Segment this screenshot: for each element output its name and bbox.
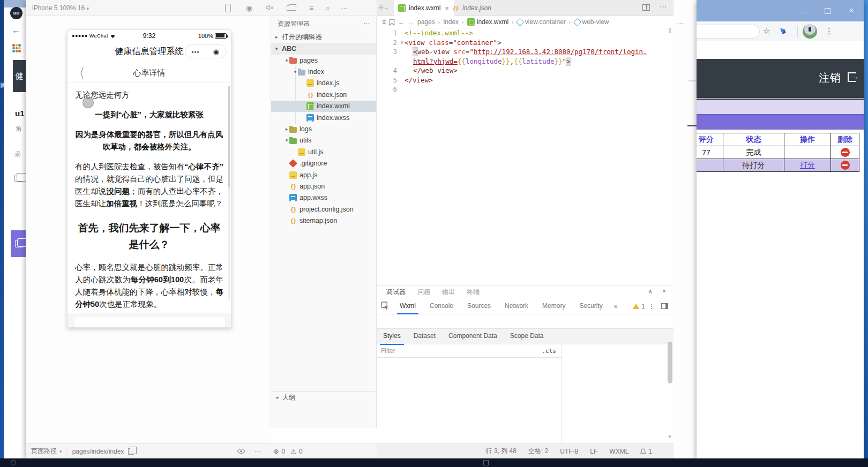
tree-item-sitemap-json[interactable]: sitemap.json xyxy=(271,215,376,226)
tree-item-index-wxml[interactable]: index.wxml xyxy=(271,101,376,112)
warning-badge[interactable]: 1 xyxy=(633,303,648,310)
code-line[interactable]: 4</web-view> xyxy=(377,66,674,76)
debugger-tab-问题[interactable]: 问题 xyxy=(417,288,430,297)
subtab-component-data[interactable]: Component Data xyxy=(442,328,504,344)
maximize-button[interactable] xyxy=(825,8,830,14)
apps-grid-icon[interactable] xyxy=(12,44,21,52)
debugger-scrollbar[interactable] xyxy=(668,342,672,383)
status-item[interactable]: LF xyxy=(590,448,597,455)
editor-more-icon[interactable]: ⋯ xyxy=(660,3,667,11)
list-icon[interactable]: ≡ xyxy=(306,4,316,12)
bookmark-icon[interactable] xyxy=(389,19,395,26)
scroll-down-icon[interactable]: ▼ xyxy=(668,434,672,439)
code-line[interactable]: html?yhjwd={{longitude}},{{latitude}}"> xyxy=(377,57,674,66)
profile-avatar[interactable] xyxy=(803,24,817,39)
tree-item-index-json[interactable]: index.json xyxy=(271,89,376,100)
debugger-tab-输出[interactable]: 输出 xyxy=(442,288,455,297)
taskbar-icon[interactable] xyxy=(11,460,16,465)
logout-icon[interactable] xyxy=(848,72,856,82)
code-area[interactable]: 1<!--index.wxml-->2∨<view class="contain… xyxy=(377,28,674,94)
breadcrumb-index-wxml[interactable]: index.wxml xyxy=(467,18,508,26)
devtools-tab-wxml[interactable]: Wxml xyxy=(393,298,423,314)
tree-item-util-js[interactable]: util.js xyxy=(271,146,376,157)
score-link[interactable]: 打分 xyxy=(800,161,815,169)
tree-item-logs[interactable]: ▸logs xyxy=(271,123,376,134)
tree-item-pages[interactable]: ▾pages xyxy=(271,55,376,66)
code-line[interactable]: 6 xyxy=(377,85,674,94)
copy-icon[interactable] xyxy=(128,448,134,455)
list-icon[interactable]: ≡ xyxy=(382,18,386,26)
filter-input[interactable]: Filter xyxy=(381,347,395,355)
device-selector[interactable]: iPhone 5 100% 16 ▾ xyxy=(32,4,89,12)
tree-item--gitignore[interactable]: .gitignore xyxy=(271,158,376,169)
devtools-tab-sources[interactable]: Sources xyxy=(460,298,498,314)
tree-item-project-config-json[interactable]: project.config.json xyxy=(271,204,376,215)
devtools-tab-security[interactable]: Security xyxy=(572,298,609,314)
notification-bell[interactable]: 1 xyxy=(640,448,652,455)
status-item[interactable]: 空格: 2 xyxy=(528,447,548,456)
extension-icon[interactable] xyxy=(780,27,786,34)
kebab-menu-icon[interactable]: ⋮ xyxy=(648,303,655,310)
close-panel-icon[interactable]: × xyxy=(662,288,666,295)
explorer-more-icon[interactable]: ⋯ xyxy=(363,20,370,27)
logout-button[interactable]: 注销 xyxy=(819,71,841,85)
more-icon[interactable]: ⋯ xyxy=(254,448,260,455)
collapse-panel-icon[interactable]: ∧ xyxy=(648,288,653,295)
more-icon[interactable]: ⋯ xyxy=(340,4,349,12)
devtools-tab-network[interactable]: Network xyxy=(498,298,535,314)
capsule-more-icon[interactable]: ●●● xyxy=(185,45,206,58)
devtools-tab-memory[interactable]: Memory xyxy=(535,298,572,314)
breadcrumb-web-view[interactable]: web-view xyxy=(574,18,609,26)
warning-count[interactable]: ⚠0 xyxy=(290,448,302,455)
debugger-tab-调试器[interactable]: 调试器 xyxy=(386,288,406,297)
phone-icon[interactable] xyxy=(225,4,231,12)
tree-item-index-js[interactable]: index.js xyxy=(271,78,376,89)
code-line[interactable]: 2∨<view class="container"> xyxy=(377,38,674,48)
browser-menu-icon[interactable]: ⋮ xyxy=(825,26,833,36)
fold-icon[interactable]: ∨ xyxy=(401,38,403,48)
windows-taskbar[interactable] xyxy=(0,458,868,467)
overflow-tabs-icon[interactable]: » xyxy=(610,303,622,310)
subtab-dataset[interactable]: Dataset xyxy=(407,328,442,344)
tree-item-app-wxss[interactable]: app.wxss xyxy=(271,192,376,204)
bookmark-star-icon[interactable]: ☆ xyxy=(763,26,770,36)
plug-icon[interactable]: ⎆← xyxy=(379,4,392,12)
breadcrumb-view-container[interactable]: view.container xyxy=(517,18,566,26)
tree-item-app-json[interactable]: app.json xyxy=(271,180,376,192)
search-icon[interactable]: ⌕ xyxy=(323,4,333,12)
open-editors-section[interactable]: ▸ 打开的编辑器 xyxy=(271,31,376,43)
nav-back-icon[interactable]: ← xyxy=(398,18,405,26)
tree-item-index-wxss[interactable]: index.wxss xyxy=(271,112,376,123)
error-count[interactable]: ⊗0 xyxy=(273,448,285,455)
split-editor-icon[interactable] xyxy=(642,4,650,11)
tree-item-index[interactable]: ▾index xyxy=(271,66,376,77)
mute-icon[interactable]: ᐊ× xyxy=(265,4,274,12)
close-button[interactable]: × xyxy=(849,5,854,16)
dock-side-icon[interactable] xyxy=(661,303,668,309)
devtools-tab-console[interactable]: Console xyxy=(423,298,460,314)
eye-icon[interactable] xyxy=(237,448,245,454)
address-bar[interactable] xyxy=(697,25,760,39)
code-line[interactable]: 3<web-view src="http://192.168.3.42:8080… xyxy=(377,47,674,57)
subtab-styles[interactable]: Styles xyxy=(377,328,407,344)
breadcrumb-pages[interactable]: pages xyxy=(417,18,435,26)
tab-index-json[interactable]: index.json xyxy=(447,0,497,16)
project-root-section[interactable]: ▾ ABC xyxy=(271,43,376,55)
status-item[interactable]: UTF-8 xyxy=(560,448,578,455)
tree-item-utils[interactable]: ▾utils xyxy=(271,135,376,146)
code-line[interactable]: 5</view> xyxy=(377,76,674,85)
capsule-home-icon[interactable]: ◉ xyxy=(206,45,227,58)
windows-icon[interactable] xyxy=(287,5,293,11)
page-path-selector[interactable]: 页面路径 ▾ xyxy=(31,447,62,456)
cls-toggle-button[interactable]: .cls xyxy=(542,348,557,355)
phone-scrollbar[interactable] xyxy=(228,86,230,300)
subtab-scope-data[interactable]: Scope Data xyxy=(504,328,550,344)
back-icon[interactable]: ← xyxy=(11,25,21,36)
code-line[interactable]: 1<!--index.wxml--> xyxy=(377,28,674,38)
debugger-tab-终端[interactable]: 终端 xyxy=(467,288,480,297)
clipboard-icon[interactable] xyxy=(14,175,23,182)
breadcrumb-index[interactable]: index xyxy=(443,18,459,26)
minimize-button[interactable]: — xyxy=(798,6,806,16)
inspect-icon[interactable] xyxy=(377,302,393,311)
delete-icon[interactable] xyxy=(841,148,850,157)
